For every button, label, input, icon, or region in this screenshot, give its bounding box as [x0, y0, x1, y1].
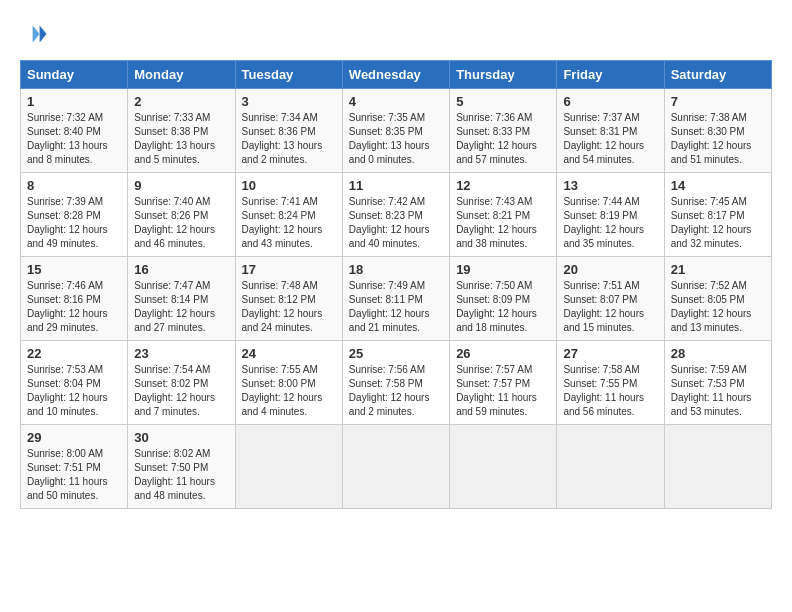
- day-info: Sunrise: 7:32 AMSunset: 8:40 PMDaylight:…: [27, 112, 108, 165]
- day-info: Sunrise: 7:34 AMSunset: 8:36 PMDaylight:…: [242, 112, 323, 165]
- calendar-cell: 15 Sunrise: 7:46 AMSunset: 8:16 PMDaylig…: [21, 257, 128, 341]
- day-info: Sunrise: 7:53 AMSunset: 8:04 PMDaylight:…: [27, 364, 108, 417]
- day-info: Sunrise: 7:39 AMSunset: 8:28 PMDaylight:…: [27, 196, 108, 249]
- day-number: 1: [27, 94, 121, 109]
- calendar-week-4: 22 Sunrise: 7:53 AMSunset: 8:04 PMDaylig…: [21, 341, 772, 425]
- day-number: 13: [563, 178, 657, 193]
- col-friday: Friday: [557, 61, 664, 89]
- day-info: Sunrise: 7:50 AMSunset: 8:09 PMDaylight:…: [456, 280, 537, 333]
- day-number: 16: [134, 262, 228, 277]
- day-info: Sunrise: 8:00 AMSunset: 7:51 PMDaylight:…: [27, 448, 108, 501]
- svg-marker-1: [33, 26, 40, 43]
- calendar-cell: 22 Sunrise: 7:53 AMSunset: 8:04 PMDaylig…: [21, 341, 128, 425]
- calendar-table: Sunday Monday Tuesday Wednesday Thursday…: [20, 60, 772, 509]
- day-number: 7: [671, 94, 765, 109]
- col-wednesday: Wednesday: [342, 61, 449, 89]
- day-number: 14: [671, 178, 765, 193]
- day-info: Sunrise: 7:43 AMSunset: 8:21 PMDaylight:…: [456, 196, 537, 249]
- day-number: 24: [242, 346, 336, 361]
- calendar-cell: 7 Sunrise: 7:38 AMSunset: 8:30 PMDayligh…: [664, 89, 771, 173]
- day-number: 20: [563, 262, 657, 277]
- day-info: Sunrise: 7:33 AMSunset: 8:38 PMDaylight:…: [134, 112, 215, 165]
- calendar-cell: 9 Sunrise: 7:40 AMSunset: 8:26 PMDayligh…: [128, 173, 235, 257]
- day-info: Sunrise: 7:42 AMSunset: 8:23 PMDaylight:…: [349, 196, 430, 249]
- day-info: Sunrise: 7:54 AMSunset: 8:02 PMDaylight:…: [134, 364, 215, 417]
- calendar-cell: 1 Sunrise: 7:32 AMSunset: 8:40 PMDayligh…: [21, 89, 128, 173]
- day-info: Sunrise: 7:49 AMSunset: 8:11 PMDaylight:…: [349, 280, 430, 333]
- day-info: Sunrise: 7:40 AMSunset: 8:26 PMDaylight:…: [134, 196, 215, 249]
- day-number: 25: [349, 346, 443, 361]
- day-number: 22: [27, 346, 121, 361]
- day-info: Sunrise: 7:58 AMSunset: 7:55 PMDaylight:…: [563, 364, 644, 417]
- day-info: Sunrise: 7:56 AMSunset: 7:58 PMDaylight:…: [349, 364, 430, 417]
- day-number: 8: [27, 178, 121, 193]
- day-info: Sunrise: 7:52 AMSunset: 8:05 PMDaylight:…: [671, 280, 752, 333]
- day-info: Sunrise: 7:51 AMSunset: 8:07 PMDaylight:…: [563, 280, 644, 333]
- calendar-cell: 5 Sunrise: 7:36 AMSunset: 8:33 PMDayligh…: [450, 89, 557, 173]
- calendar-cell: 24 Sunrise: 7:55 AMSunset: 8:00 PMDaylig…: [235, 341, 342, 425]
- calendar-week-1: 1 Sunrise: 7:32 AMSunset: 8:40 PMDayligh…: [21, 89, 772, 173]
- calendar-cell: [450, 425, 557, 509]
- day-info: Sunrise: 7:35 AMSunset: 8:35 PMDaylight:…: [349, 112, 430, 165]
- day-info: Sunrise: 7:55 AMSunset: 8:00 PMDaylight:…: [242, 364, 323, 417]
- calendar-cell: 17 Sunrise: 7:48 AMSunset: 8:12 PMDaylig…: [235, 257, 342, 341]
- day-number: 2: [134, 94, 228, 109]
- calendar-cell: 12 Sunrise: 7:43 AMSunset: 8:21 PMDaylig…: [450, 173, 557, 257]
- col-tuesday: Tuesday: [235, 61, 342, 89]
- col-thursday: Thursday: [450, 61, 557, 89]
- calendar-cell: 19 Sunrise: 7:50 AMSunset: 8:09 PMDaylig…: [450, 257, 557, 341]
- calendar-cell: 20 Sunrise: 7:51 AMSunset: 8:07 PMDaylig…: [557, 257, 664, 341]
- col-monday: Monday: [128, 61, 235, 89]
- calendar-cell: 16 Sunrise: 7:47 AMSunset: 8:14 PMDaylig…: [128, 257, 235, 341]
- calendar-cell: 4 Sunrise: 7:35 AMSunset: 8:35 PMDayligh…: [342, 89, 449, 173]
- day-info: Sunrise: 7:47 AMSunset: 8:14 PMDaylight:…: [134, 280, 215, 333]
- day-number: 21: [671, 262, 765, 277]
- calendar-cell: [235, 425, 342, 509]
- day-number: 4: [349, 94, 443, 109]
- day-number: 28: [671, 346, 765, 361]
- calendar-cell: 26 Sunrise: 7:57 AMSunset: 7:57 PMDaylig…: [450, 341, 557, 425]
- day-number: 18: [349, 262, 443, 277]
- day-info: Sunrise: 7:57 AMSunset: 7:57 PMDaylight:…: [456, 364, 537, 417]
- calendar-cell: 21 Sunrise: 7:52 AMSunset: 8:05 PMDaylig…: [664, 257, 771, 341]
- calendar-cell: 28 Sunrise: 7:59 AMSunset: 7:53 PMDaylig…: [664, 341, 771, 425]
- calendar-cell: 11 Sunrise: 7:42 AMSunset: 8:23 PMDaylig…: [342, 173, 449, 257]
- day-info: Sunrise: 7:36 AMSunset: 8:33 PMDaylight:…: [456, 112, 537, 165]
- day-number: 30: [134, 430, 228, 445]
- calendar-cell: 14 Sunrise: 7:45 AMSunset: 8:17 PMDaylig…: [664, 173, 771, 257]
- calendar-week-5: 29 Sunrise: 8:00 AMSunset: 7:51 PMDaylig…: [21, 425, 772, 509]
- day-info: Sunrise: 7:59 AMSunset: 7:53 PMDaylight:…: [671, 364, 752, 417]
- calendar-cell: 27 Sunrise: 7:58 AMSunset: 7:55 PMDaylig…: [557, 341, 664, 425]
- day-number: 27: [563, 346, 657, 361]
- calendar-cell: 25 Sunrise: 7:56 AMSunset: 7:58 PMDaylig…: [342, 341, 449, 425]
- calendar-cell: 30 Sunrise: 8:02 AMSunset: 7:50 PMDaylig…: [128, 425, 235, 509]
- calendar-cell: 18 Sunrise: 7:49 AMSunset: 8:11 PMDaylig…: [342, 257, 449, 341]
- col-saturday: Saturday: [664, 61, 771, 89]
- day-number: 15: [27, 262, 121, 277]
- calendar-cell: 29 Sunrise: 8:00 AMSunset: 7:51 PMDaylig…: [21, 425, 128, 509]
- svg-marker-0: [40, 26, 47, 43]
- day-number: 9: [134, 178, 228, 193]
- calendar-week-2: 8 Sunrise: 7:39 AMSunset: 8:28 PMDayligh…: [21, 173, 772, 257]
- calendar-cell: 10 Sunrise: 7:41 AMSunset: 8:24 PMDaylig…: [235, 173, 342, 257]
- day-number: 23: [134, 346, 228, 361]
- day-info: Sunrise: 7:46 AMSunset: 8:16 PMDaylight:…: [27, 280, 108, 333]
- day-info: Sunrise: 7:38 AMSunset: 8:30 PMDaylight:…: [671, 112, 752, 165]
- calendar-cell: 2 Sunrise: 7:33 AMSunset: 8:38 PMDayligh…: [128, 89, 235, 173]
- calendar-cell: 3 Sunrise: 7:34 AMSunset: 8:36 PMDayligh…: [235, 89, 342, 173]
- calendar-cell: 6 Sunrise: 7:37 AMSunset: 8:31 PMDayligh…: [557, 89, 664, 173]
- day-number: 12: [456, 178, 550, 193]
- day-info: Sunrise: 8:02 AMSunset: 7:50 PMDaylight:…: [134, 448, 215, 501]
- day-info: Sunrise: 7:37 AMSunset: 8:31 PMDaylight:…: [563, 112, 644, 165]
- day-number: 26: [456, 346, 550, 361]
- day-info: Sunrise: 7:44 AMSunset: 8:19 PMDaylight:…: [563, 196, 644, 249]
- calendar-cell: 13 Sunrise: 7:44 AMSunset: 8:19 PMDaylig…: [557, 173, 664, 257]
- day-info: Sunrise: 7:48 AMSunset: 8:12 PMDaylight:…: [242, 280, 323, 333]
- calendar-cell: 23 Sunrise: 7:54 AMSunset: 8:02 PMDaylig…: [128, 341, 235, 425]
- day-info: Sunrise: 7:45 AMSunset: 8:17 PMDaylight:…: [671, 196, 752, 249]
- day-number: 10: [242, 178, 336, 193]
- logo-icon: [20, 20, 48, 48]
- day-number: 6: [563, 94, 657, 109]
- day-number: 29: [27, 430, 121, 445]
- header-row: Sunday Monday Tuesday Wednesday Thursday…: [21, 61, 772, 89]
